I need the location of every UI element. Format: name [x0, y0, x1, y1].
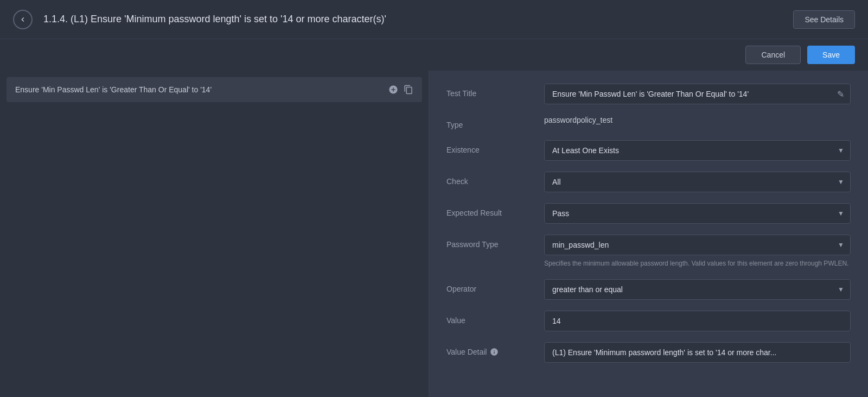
see-details-button[interactable]: See Details	[793, 10, 855, 29]
check-label: Check	[446, 172, 544, 186]
header: 1.1.4. (L1) Ensure 'Minimum password len…	[0, 0, 868, 39]
check-row: Check All At least one None satisfy ▼	[446, 172, 851, 192]
main-content: Ensure 'Min Passwd Len' is 'Greater Than…	[0, 71, 868, 397]
password-type-field-wrapper: min_passwd_len ▼ Specifies the minimum a…	[544, 235, 851, 268]
type-value-wrapper: passwordpolicy_test	[544, 115, 851, 125]
test-item-label: Ensure 'Min Passwd Len' is 'Greater Than…	[15, 85, 212, 94]
operator-row: Operator greater than or equal equals gr…	[446, 279, 851, 300]
test-item-actions	[388, 85, 413, 94]
existence-dropdown-wrapper: At Least One Exists All Exist None Exist…	[544, 140, 851, 161]
right-panel: Test Title ✎ Type passwordpolicy_test Ex…	[429, 71, 868, 397]
cancel-button[interactable]: Cancel	[745, 46, 801, 64]
toolbar: Cancel Save	[0, 39, 868, 71]
operator-label: Operator	[446, 279, 544, 293]
chevron-left-icon	[18, 15, 27, 24]
operator-dropdown-wrapper: greater than or equal equals greater tha…	[544, 279, 851, 300]
test-title-field-wrapper: ✎	[544, 84, 851, 104]
expected-result-dropdown-wrapper: Pass Fail Error ▼	[544, 203, 851, 224]
operator-select-wrapper: greater than or equal equals greater tha…	[544, 279, 851, 300]
copy-icon-button[interactable]	[404, 85, 413, 94]
password-type-label: Password Type	[446, 235, 544, 249]
type-value: passwordpolicy_test	[544, 110, 612, 124]
add-icon	[388, 85, 398, 94]
value-row: Value	[446, 311, 851, 331]
expected-result-select-wrapper: Pass Fail Error ▼	[544, 203, 851, 224]
back-button[interactable]	[13, 10, 33, 29]
left-panel: Ensure 'Min Passwd Len' is 'Greater Than…	[0, 71, 429, 397]
value-label: Value	[446, 311, 544, 325]
existence-select-wrapper: At Least One Exists All Exist None Exist…	[544, 140, 851, 161]
page-title: 1.1.4. (L1) Ensure 'Minimum password len…	[43, 14, 793, 25]
password-type-row: Password Type min_passwd_len ▼ Specifies…	[446, 235, 851, 268]
expected-result-row: Expected Result Pass Fail Error ▼	[446, 203, 851, 224]
existence-row: Existence At Least One Exists All Exist …	[446, 140, 851, 161]
check-select[interactable]: All At least one None satisfy	[544, 172, 851, 192]
expected-result-label: Expected Result	[446, 203, 544, 217]
value-detail-label: Value Detail	[446, 348, 487, 356]
check-select-wrapper: All At least one None satisfy ▼	[544, 172, 851, 192]
value-detail-input[interactable]	[544, 342, 851, 363]
password-type-select[interactable]: min_passwd_len	[544, 235, 851, 255]
value-detail-row: Value Detail	[446, 342, 851, 363]
edit-icon: ✎	[837, 89, 844, 99]
test-title-row: Test Title ✎	[446, 84, 851, 104]
check-dropdown-wrapper: All At least one None satisfy ▼	[544, 172, 851, 192]
value-detail-label-wrapper: Value Detail	[446, 342, 544, 356]
password-type-dropdown-wrapper: min_passwd_len ▼	[544, 235, 851, 255]
value-input[interactable]	[544, 311, 851, 331]
expected-result-select[interactable]: Pass Fail Error	[544, 203, 851, 224]
operator-select[interactable]: greater than or equal equals greater tha…	[544, 279, 851, 300]
value-detail-info-button[interactable]	[490, 348, 499, 356]
type-label: Type	[446, 115, 544, 129]
test-title-label: Test Title	[446, 84, 544, 98]
value-detail-input-wrapper	[544, 342, 851, 363]
save-button[interactable]: Save	[807, 46, 855, 64]
info-icon	[490, 348, 499, 356]
title-input-wrapper: ✎	[544, 84, 851, 104]
type-row: Type passwordpolicy_test	[446, 115, 851, 129]
test-title-input[interactable]	[544, 84, 851, 104]
existence-label: Existence	[446, 140, 544, 154]
copy-icon	[404, 85, 413, 94]
test-item: Ensure 'Min Passwd Len' is 'Greater Than…	[7, 77, 422, 102]
add-icon-button[interactable]	[388, 85, 398, 94]
password-type-description: Specifies the minimum allowable password…	[544, 259, 851, 268]
existence-select[interactable]: At Least One Exists All Exist None Exist…	[544, 140, 851, 161]
value-input-wrapper	[544, 311, 851, 331]
